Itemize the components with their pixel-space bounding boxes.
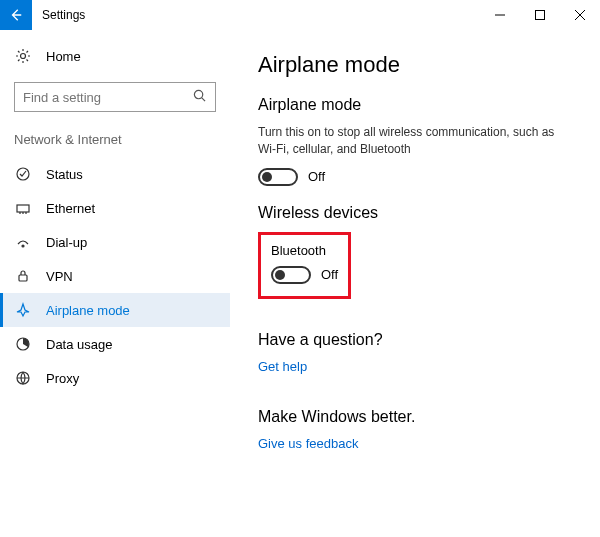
minimize-button[interactable] [480,0,520,30]
sidebar-item-datausage[interactable]: Data usage [0,327,230,361]
home-label: Home [46,49,81,64]
content: Airplane mode Airplane mode Turn this on… [230,30,600,537]
close-icon [575,10,585,20]
svg-point-5 [194,90,202,98]
page-title: Airplane mode [258,52,580,78]
airplane-toggle-state: Off [308,169,325,184]
bluetooth-highlight: Bluetooth Off [258,232,351,299]
dialup-icon [14,234,32,250]
sidebar-item-label: Status [46,167,83,182]
sidebar-item-label: Ethernet [46,201,95,216]
airplane-toggle-row: Off [258,168,580,186]
question-section-title: Have a question? [258,331,580,349]
sidebar-item-vpn[interactable]: VPN [0,259,230,293]
close-button[interactable] [560,0,600,30]
home-button[interactable]: Home [0,40,230,72]
minimize-icon [495,10,505,20]
get-help-link[interactable]: Get help [258,359,307,374]
sidebar-item-proxy[interactable]: Proxy [0,361,230,395]
airplane-icon [14,302,32,318]
svg-rect-8 [17,205,29,212]
feedback-section-title: Make Windows better. [258,408,580,426]
window-controls [480,0,600,30]
search-box[interactable] [14,82,216,112]
svg-line-6 [202,98,205,101]
back-button[interactable] [0,0,32,30]
feedback-link[interactable]: Give us feedback [258,436,358,451]
airplane-toggle[interactable] [258,168,298,186]
bluetooth-toggle-state: Off [321,267,338,282]
bluetooth-toggle[interactable] [271,266,311,284]
titlebar: Settings [0,0,600,30]
svg-rect-10 [19,275,27,281]
vpn-icon [14,268,32,284]
proxy-icon [14,370,32,386]
maximize-icon [535,10,545,20]
wireless-section-title: Wireless devices [258,204,580,222]
group-label: Network & Internet [0,126,230,157]
arrow-left-icon [9,8,23,22]
sidebar-item-label: VPN [46,269,73,284]
sidebar: Home Network & Internet Status Ethernet … [0,30,230,537]
search-icon [193,89,207,105]
sidebar-item-airplane[interactable]: Airplane mode [0,293,230,327]
svg-point-9 [22,245,24,247]
airplane-description: Turn this on to stop all wireless commun… [258,124,558,158]
sidebar-item-label: Dial-up [46,235,87,250]
ethernet-icon [14,200,32,216]
sidebar-item-label: Airplane mode [46,303,130,318]
gear-icon [14,48,32,64]
sidebar-item-label: Data usage [46,337,113,352]
window-title: Settings [32,8,480,22]
status-icon [14,166,32,182]
bluetooth-label: Bluetooth [271,243,338,258]
svg-point-4 [21,54,26,59]
sidebar-item-label: Proxy [46,371,79,386]
sidebar-item-status[interactable]: Status [0,157,230,191]
airplane-section-title: Airplane mode [258,96,580,114]
svg-rect-1 [536,11,545,20]
data-usage-icon [14,336,32,352]
sidebar-item-dialup[interactable]: Dial-up [0,225,230,259]
search-input[interactable] [23,90,193,105]
sidebar-item-ethernet[interactable]: Ethernet [0,191,230,225]
maximize-button[interactable] [520,0,560,30]
bluetooth-toggle-row: Off [271,266,338,284]
